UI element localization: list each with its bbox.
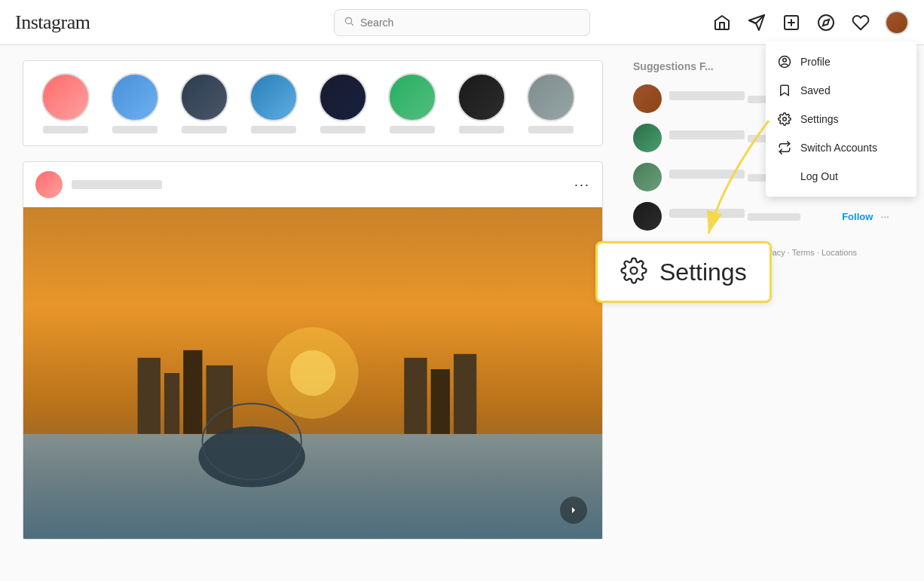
svg-point-11 — [631, 268, 638, 274]
post-avatar — [35, 171, 63, 198]
next-slide-button[interactable] — [560, 497, 587, 524]
story-item[interactable] — [35, 73, 96, 133]
story-avatar — [457, 73, 506, 121]
story-item[interactable] — [105, 73, 165, 133]
more-dots[interactable]: ··· — [880, 210, 889, 222]
switch-icon — [778, 141, 791, 154]
stories-row — [23, 60, 603, 146]
story-username — [182, 126, 227, 133]
svg-marker-7 — [823, 19, 829, 25]
post-image — [23, 207, 602, 539]
dropdown-item-logout[interactable]: Log Out — [766, 162, 916, 191]
svg-rect-14 — [23, 434, 602, 539]
svg-point-6 — [818, 15, 834, 30]
suggestion-name — [669, 209, 745, 218]
story-item[interactable] — [174, 73, 234, 133]
home-icon[interactable] — [711, 12, 733, 33]
follow-button[interactable]: Follow — [842, 211, 873, 222]
suggestion-name — [669, 130, 745, 139]
add-post-icon[interactable] — [781, 12, 802, 33]
story-avatar — [41, 73, 90, 121]
settings-callout: Settings — [595, 241, 772, 303]
dropdown-item-profile[interactable]: Profile — [766, 47, 916, 76]
user-avatar[interactable] — [885, 11, 909, 35]
story-username — [43, 126, 88, 133]
story-avatar — [180, 73, 228, 121]
user-circle-icon — [778, 55, 791, 69]
story-avatar — [319, 73, 367, 121]
svg-point-10 — [783, 118, 787, 121]
locations-link[interactable]: Locations — [822, 248, 857, 257]
story-username — [528, 126, 574, 133]
story-username — [320, 126, 366, 133]
story-username — [251, 126, 296, 133]
saved-label: Saved — [800, 84, 831, 96]
settings-label: Settings — [800, 113, 839, 125]
story-username — [390, 126, 435, 133]
suggestion-name — [669, 170, 745, 179]
story-item[interactable] — [313, 73, 373, 133]
gear-icon — [778, 112, 791, 126]
dropdown-item-settings[interactable]: Settings — [766, 105, 916, 133]
bookmark-icon — [778, 84, 791, 97]
post-more-button[interactable]: ··· — [574, 177, 590, 193]
feed-column: ··· — [0, 60, 618, 581]
suggestion-info — [669, 209, 834, 224]
post-username — [72, 180, 162, 189]
dropdown-item-switch[interactable]: Switch Accounts — [766, 133, 916, 162]
story-avatar — [388, 73, 436, 121]
svg-rect-22 — [431, 369, 450, 434]
suggestion-item: Follow ··· — [633, 202, 889, 231]
nav-icons — [711, 11, 909, 35]
svg-point-24 — [198, 427, 304, 488]
svg-rect-19 — [183, 350, 202, 434]
svg-point-16 — [290, 350, 336, 396]
story-username — [459, 126, 504, 133]
svg-point-9 — [783, 59, 787, 63]
search-bar[interactable] — [334, 9, 590, 36]
svg-rect-21 — [404, 358, 427, 434]
svg-rect-20 — [207, 365, 233, 434]
explore-icon[interactable] — [815, 12, 837, 33]
suggestion-avatar — [633, 163, 662, 191]
story-item[interactable] — [243, 73, 304, 133]
logout-label: Log Out — [800, 170, 838, 182]
switch-accounts-label: Switch Accounts — [800, 142, 877, 154]
direct-icon[interactable] — [746, 12, 767, 33]
dropdown-item-saved[interactable]: Saved — [766, 76, 916, 105]
terms-link[interactable]: Terms — [792, 248, 815, 257]
suggestion-avatar — [633, 202, 662, 231]
svg-rect-18 — [164, 373, 179, 434]
settings-callout-icon — [620, 257, 647, 287]
story-avatar — [249, 73, 298, 121]
story-username — [112, 126, 158, 133]
logout-icon — [778, 170, 791, 183]
story-item[interactable] — [451, 73, 512, 133]
suggestion-avatar — [633, 124, 662, 152]
svg-rect-23 — [454, 354, 476, 434]
profile-label: Profile — [800, 56, 831, 68]
svg-point-0 — [345, 17, 351, 23]
dropdown-menu: Profile Saved Settings Swi — [766, 41, 916, 197]
post-header: ··· — [23, 162, 602, 207]
story-avatar — [111, 73, 159, 121]
suggestion-subtitle — [748, 213, 800, 221]
svg-line-1 — [351, 23, 353, 26]
story-item[interactable] — [521, 73, 581, 133]
story-item[interactable] — [382, 73, 442, 133]
suggestion-name — [669, 91, 745, 100]
post-card: ··· — [23, 161, 603, 540]
settings-callout-text: Settings — [659, 258, 747, 286]
likes-icon[interactable] — [850, 12, 871, 33]
svg-rect-17 — [138, 358, 161, 434]
suggestion-avatar — [633, 84, 662, 113]
header: Instagram — [0, 0, 924, 45]
logo: Instagram — [15, 11, 90, 34]
search-input[interactable] — [360, 17, 580, 29]
search-icon — [344, 16, 354, 29]
suggestions-title: Suggestions F... — [633, 60, 714, 72]
story-avatar — [527, 73, 575, 121]
